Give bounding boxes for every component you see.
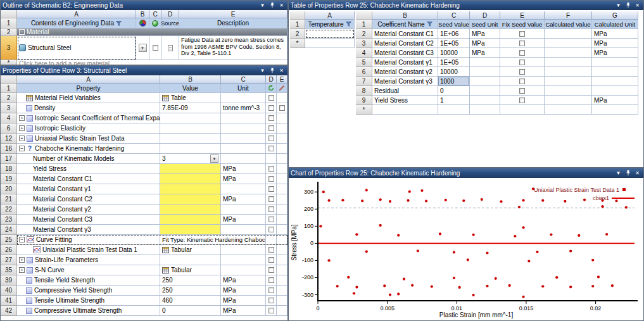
property-unit-cell[interactable]: MPa <box>221 174 266 184</box>
property-value-cell[interactable] <box>160 194 221 205</box>
expand-icon[interactable]: + <box>19 125 25 131</box>
property-unit-cell[interactable] <box>221 134 266 144</box>
property-unit-cell[interactable] <box>221 255 266 265</box>
property-value-cell[interactable]: 250 <box>160 275 221 286</box>
checkbox[interactable] <box>268 176 274 182</box>
property-value-cell[interactable]: Fit Type: Kinematic Hardening Chaboche <box>160 235 266 245</box>
row-number[interactable]: 42 <box>1 306 17 316</box>
property-value-cell[interactable]: Table <box>160 93 221 103</box>
row-number[interactable]: 5 <box>356 58 372 67</box>
row-number[interactable]: 20 <box>1 184 17 194</box>
close-icon[interactable]: ✕ <box>277 66 286 75</box>
row-number[interactable]: 2 <box>290 29 305 39</box>
property-unit-cell[interactable] <box>221 123 266 134</box>
property-unit-cell[interactable]: MPa <box>221 296 266 306</box>
seed-unit-cell[interactable]: MPa <box>470 48 500 58</box>
coefficient-name-cell[interactable]: Material Constant γ3 <box>372 77 438 86</box>
checkbox[interactable] <box>268 308 274 313</box>
row-number[interactable]: 24 <box>1 225 17 235</box>
property-name-cell[interactable]: Compressive Ultimate Strength <box>17 306 160 316</box>
checkbox[interactable] <box>268 247 274 253</box>
temperature-add-cell[interactable] <box>305 39 355 48</box>
checkbox[interactable] <box>519 98 525 103</box>
property-value-cell[interactable]: Tabular <box>160 245 221 255</box>
property-name-cell[interactable]: Tensile Yield Strength <box>17 275 160 286</box>
filter-icon[interactable] <box>346 22 351 27</box>
property-unit-cell[interactable]: MPa <box>221 306 266 316</box>
property-value-cell[interactable] <box>160 205 221 215</box>
property-unit-cell[interactable]: MPa <box>221 194 266 205</box>
properties-titlebar[interactable]: Properties of Outline Row 3: Structural … <box>1 66 287 75</box>
seed-unit-cell[interactable] <box>470 86 500 96</box>
property-unit-cell[interactable]: MPa <box>221 286 266 296</box>
coefficient-name-cell[interactable]: Material Constant γ2 <box>372 67 438 77</box>
property-value-cell[interactable]: 7.85E-09 <box>160 103 221 113</box>
row-number[interactable]: 6 <box>356 67 372 77</box>
row-number[interactable]: 9 <box>356 96 372 105</box>
seed-value-cell[interactable]: 1 <box>438 96 470 105</box>
collapse-icon[interactable]: − <box>19 29 25 35</box>
filter-icon[interactable] <box>427 22 432 27</box>
property-name-cell[interactable]: Compressive Yield Strength <box>17 286 160 296</box>
pin-icon[interactable] <box>268 3 276 8</box>
row-number-selected[interactable]: 3 <box>1 36 17 60</box>
collapse-icon[interactable]: − <box>19 237 25 242</box>
seed-value-cell[interactable]: 1E+05 <box>438 39 470 48</box>
row-number[interactable]: 21 <box>1 194 17 205</box>
row-number[interactable]: 1 <box>1 18 17 28</box>
expand-icon[interactable]: + <box>19 135 25 141</box>
checkbox[interactable] <box>268 105 274 111</box>
property-name-cell[interactable]: Material Constant γ2 <box>17 205 160 215</box>
coefficient-name-cell[interactable]: Yield Stress <box>372 96 438 105</box>
temperature-value-cell[interactable] <box>305 29 355 39</box>
filter-icon[interactable] <box>116 21 122 26</box>
property-value-cell[interactable]: 250 <box>160 286 221 296</box>
checkbox[interactable] <box>268 287 274 293</box>
pin-icon[interactable] <box>624 3 632 8</box>
material-source-cell[interactable] <box>161 36 179 60</box>
property-name-cell[interactable]: Yield Stress <box>17 164 160 174</box>
property-unit-cell[interactable]: MPa <box>221 215 266 225</box>
row-number[interactable]: 41 <box>1 296 17 306</box>
row-number[interactable]: 4 <box>356 48 372 58</box>
coefficient-name-cell[interactable]: Material Constant C1 <box>372 29 438 39</box>
seed-unit-cell[interactable]: MPa <box>470 29 500 39</box>
property-value-cell[interactable] <box>160 255 221 265</box>
checkbox[interactable] <box>268 227 274 232</box>
checkbox[interactable] <box>268 298 274 303</box>
row-number[interactable]: 2 <box>356 29 372 39</box>
seed-unit-cell[interactable]: MPa <box>470 39 500 48</box>
property-value-cell[interactable] <box>160 184 221 194</box>
row-number[interactable]: 8 <box>356 86 372 96</box>
panel-menu-icon[interactable]: ▼ <box>258 66 267 75</box>
row-number[interactable]: 16 <box>1 144 17 154</box>
row-number[interactable]: 1 <box>1 84 17 93</box>
property-name-cell[interactable]: Tensile Ultimate Strength <box>17 296 160 306</box>
row-number[interactable]: 17 <box>1 154 17 164</box>
property-unit-cell[interactable]: MPa <box>221 275 266 286</box>
property-name-cell[interactable]: +Strain-Life Parameters <box>17 255 160 265</box>
row-number[interactable]: 3 <box>356 39 372 48</box>
property-unit-cell[interactable] <box>221 184 266 194</box>
checkbox[interactable] <box>519 69 525 75</box>
seed-value-cell[interactable] <box>438 105 470 115</box>
row-number[interactable]: 2 <box>1 28 17 36</box>
property-unit-cell[interactable] <box>221 144 266 154</box>
seed-value-cell[interactable]: 0 <box>438 86 470 96</box>
property-unit-cell[interactable] <box>221 225 266 235</box>
seed-value-cell[interactable]: 1E+05 <box>438 58 470 67</box>
property-name-cell[interactable]: Uniaxial Plastic Strain Test Data 1 <box>17 245 160 255</box>
row-number[interactable]: 2 <box>1 93 17 103</box>
property-unit-cell[interactable] <box>221 245 266 255</box>
property-value-cell[interactable]: 3▼ <box>160 154 221 164</box>
property-value-cell[interactable]: Tabular <box>160 265 221 275</box>
seed-unit-cell[interactable] <box>470 105 500 115</box>
material-group-band[interactable]: − Material <box>17 28 287 36</box>
checkbox[interactable] <box>519 50 525 56</box>
row-number[interactable]: 1 <box>356 20 372 29</box>
coefficient-name-cell[interactable] <box>372 105 438 115</box>
checkbox[interactable] <box>268 125 274 131</box>
property-value-cell[interactable] <box>160 225 221 235</box>
coefficient-name-cell[interactable]: Residual <box>372 86 438 96</box>
property-name-cell[interactable]: Material Field Variables <box>17 93 160 103</box>
